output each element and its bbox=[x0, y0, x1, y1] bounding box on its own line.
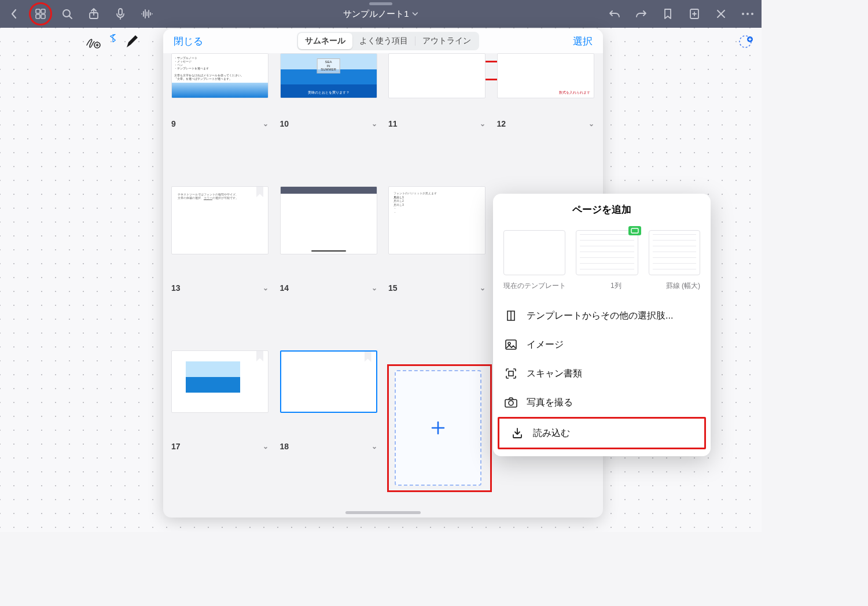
template-option-1col[interactable] bbox=[576, 230, 638, 275]
add-page-popover: ページを追加 現在のテンプレート 1列 罫線 (幅大) テンプレートからその他の… bbox=[493, 194, 711, 456]
back-icon[interactable] bbox=[7, 7, 21, 21]
svg-point-16 bbox=[508, 342, 510, 345]
image-icon bbox=[505, 338, 517, 351]
page-label[interactable]: 14⌄ bbox=[280, 283, 377, 293]
page-label[interactable]: 17⌄ bbox=[171, 442, 269, 451]
page-label[interactable]: 12⌄ bbox=[497, 119, 594, 128]
template-label: 罫線 (幅大) bbox=[666, 281, 700, 291]
share-icon[interactable] bbox=[87, 7, 101, 21]
svg-rect-3 bbox=[41, 14, 45, 19]
bookmark-icon[interactable] bbox=[661, 7, 675, 21]
svg-rect-15 bbox=[506, 340, 516, 349]
template-option-current[interactable] bbox=[503, 230, 565, 275]
page-label[interactable]: 9⌄ bbox=[171, 119, 269, 128]
undo-icon[interactable] bbox=[608, 7, 621, 21]
tab-favorites[interactable]: よく使う項目 bbox=[352, 33, 415, 49]
import-icon bbox=[511, 427, 524, 439]
svg-rect-2 bbox=[36, 14, 40, 19]
scan-icon bbox=[505, 367, 517, 380]
page-label[interactable]: 13⌄ bbox=[171, 283, 269, 293]
close-panel-button[interactable]: 閉じる bbox=[174, 35, 203, 48]
template-icon bbox=[505, 309, 517, 322]
camera-icon bbox=[505, 396, 517, 409]
svg-point-4 bbox=[63, 10, 70, 17]
landscape-badge-icon bbox=[628, 226, 641, 235]
page-thumbnail[interactable]: 数式を入れられます bbox=[497, 53, 594, 98]
template-label: 現在のテンプレート bbox=[503, 281, 566, 291]
svg-point-9 bbox=[746, 13, 749, 15]
add-page-tile[interactable] bbox=[395, 370, 481, 486]
more-icon[interactable] bbox=[741, 7, 755, 21]
page-thumbnail[interactable]: SEAINSUMMER美味のとおとを買ります？ bbox=[280, 53, 377, 98]
menu-item-scan[interactable]: スキャン書類 bbox=[493, 359, 711, 388]
template-option-ruled[interactable] bbox=[649, 230, 700, 275]
view-segmented-control[interactable]: サムネール よく使う項目 アウトライン bbox=[297, 32, 479, 50]
svg-rect-17 bbox=[509, 371, 513, 376]
popover-title: ページを追加 bbox=[493, 194, 711, 224]
page-label[interactable]: 18⌄ bbox=[280, 442, 377, 451]
tab-outline[interactable]: アウトライン bbox=[415, 33, 478, 49]
page-label[interactable]: 15⌄ bbox=[388, 283, 486, 293]
svg-rect-0 bbox=[36, 9, 40, 13]
page-thumbnail[interactable] bbox=[388, 53, 486, 98]
page-thumbnail[interactable]: フォントのバジェットが見えます見出し1見出し2見出し3・・ bbox=[388, 186, 486, 254]
svg-point-10 bbox=[751, 13, 753, 15]
page-thumbnail-selected[interactable] bbox=[280, 350, 377, 413]
document-title[interactable]: サンプルノート1 bbox=[343, 9, 418, 20]
svg-point-8 bbox=[742, 13, 744, 15]
svg-rect-6 bbox=[119, 9, 122, 15]
add-page-icon[interactable] bbox=[687, 7, 701, 21]
grid-view-button[interactable] bbox=[29, 2, 52, 25]
redo-icon[interactable] bbox=[634, 7, 648, 21]
close-icon[interactable] bbox=[714, 7, 728, 21]
menu-item-photo[interactable]: 写真を撮る bbox=[493, 388, 711, 417]
svg-rect-14 bbox=[631, 228, 638, 233]
select-button[interactable]: 選択 bbox=[573, 35, 593, 48]
page-thumbnail[interactable] bbox=[171, 350, 269, 413]
app-topbar: サンプルノート1 bbox=[0, 0, 762, 28]
mic-icon[interactable] bbox=[113, 7, 127, 21]
page-thumbnail[interactable]: ・サンプルノート・メッセージ・ペン・テンプレートを選べます文章も文字をなければメ… bbox=[171, 53, 269, 98]
window-handle[interactable] bbox=[369, 2, 392, 5]
svg-rect-1 bbox=[41, 9, 45, 13]
panel-grip[interactable] bbox=[345, 511, 421, 514]
page-label[interactable]: 10⌄ bbox=[280, 119, 377, 128]
search-icon[interactable] bbox=[60, 7, 74, 21]
menu-item-image[interactable]: イメージ bbox=[493, 330, 711, 359]
menu-item-import[interactable]: 読み込む bbox=[498, 417, 706, 449]
page-thumbnail[interactable] bbox=[280, 186, 377, 254]
waveform-icon[interactable] bbox=[140, 7, 154, 21]
page-label[interactable]: 11⌄ bbox=[388, 119, 486, 128]
template-label: 1列 bbox=[610, 281, 621, 291]
menu-item-templates[interactable]: テンプレートからその他の選択肢... bbox=[493, 301, 711, 330]
svg-point-19 bbox=[509, 401, 513, 405]
page-thumbnail[interactable]: テキストツールではフォントの種類やサイズ、文章の体裁の選択、カラーの選択が可能で… bbox=[171, 186, 269, 254]
tab-thumbnail[interactable]: サムネール bbox=[298, 33, 352, 49]
